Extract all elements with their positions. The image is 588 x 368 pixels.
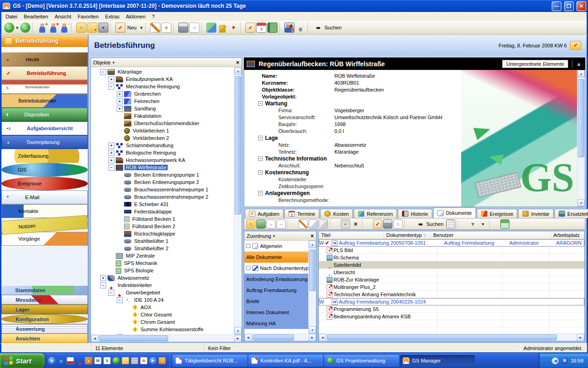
sidebar-item-betriebsfuehrung[interactable]: Betriebsführung [1,66,88,80]
tree-item[interactable]: MIP Zentrale [91,252,234,259]
user-delete-icon[interactable] [48,23,58,33]
quicklaunch-ie-icon[interactable] [57,357,65,364]
tree-expand-toggle[interactable] [117,209,123,215]
print-preview-icon[interactable] [189,23,199,33]
tree-item-label[interactable]: Rückschlagklappe [133,231,176,236]
table-row[interactable]: ✔ Technischer Anhang Fernwirktechnik [319,291,584,298]
table-row[interactable]: ✔ Bedienungsanleitung Amarex KSB [319,313,584,320]
tree-header-label[interactable]: Objekte [93,60,111,65]
sidebar-item-betriebskalender[interactable]: Betriebskalender [1,94,88,108]
calendar-folder-icon[interactable]: ✓ [570,41,581,50]
wizard-icon[interactable] [161,23,171,33]
zuordnung-internes-dokument[interactable]: Internes Dokument [244,307,308,318]
tree-scroll-thumb[interactable] [235,76,241,214]
tree-vertical-scrollbar[interactable]: ▲ ▼ [234,67,242,334]
zuordnung-alle-dokumente[interactable]: Alle Dokumente [244,252,308,263]
tree-item[interactable]: SPS Mechanik [91,259,234,267]
group-collapse-icon[interactable] [258,191,263,196]
tree-item[interactable]: Füllstand Becken 2 [91,223,234,230]
quicklaunch-browser-icon[interactable] [48,357,56,364]
suchen-label[interactable]: Suchen [323,25,343,30]
scroll-left-icon[interactable]: ◀ [244,334,252,341]
tree-item[interactable]: Rückschlagklappe [91,230,234,237]
column-arbeitsplatz[interactable]: Arbeitsplatz [551,231,584,239]
tree-expand-toggle[interactable] [117,238,123,244]
tree-expand-toggle[interactable] [108,157,114,163]
dart-icon[interactable] [228,23,238,33]
print-icon[interactable] [178,23,188,33]
quicklaunch-media-icon[interactable] [149,357,157,364]
document-title[interactable]: RÜB-Zur Kläranlage [334,277,379,282]
taskbar-task-kontrollen[interactable]: Kontrollen KA.pdf - A... [249,355,323,367]
user-edit-icon[interactable] [59,23,69,33]
tree-item-label[interactable]: Indirekteinleiter [116,282,153,288]
tree-item[interactable]: Federstauklappe [91,208,234,215]
document-title[interactable]: PLS Bild [334,247,353,253]
tree-item[interactable]: Becken Entleerungspumpe 2 [91,178,234,186]
neu-button[interactable]: Neu [115,23,143,33]
zuordnung-dropdown-icon[interactable]: ▾ [273,234,275,238]
group-collapse-icon[interactable] [258,156,263,161]
paste-icon[interactable] [319,219,328,229]
tree-item[interactable]: IDE 100 A 24 [91,296,234,304]
check-document-icon[interactable] [373,219,382,229]
zuordnung-vertical-scrollbar[interactable]: ▲ ▼ [308,241,316,334]
menu-aktionen[interactable]: Aktionen [123,13,149,20]
tree-item[interactable]: Schlammbehandlung [91,142,234,149]
tab-inventar[interactable]: Inventar [518,209,554,218]
sidebar-group-auswertung[interactable]: Auswertung [1,324,88,334]
zuordnung-horizontal-scrollbar[interactable]: ◀ ▶ [244,334,316,341]
tree-expand-toggle[interactable] [125,327,131,333]
tree-item-label[interactable]: Grobrechen [133,91,162,97]
zuordnung-scroll-thumb[interactable] [309,250,316,291]
zuordnung-auftrag-fremdwartung[interactable]: Auftrag Fremdwartung [244,285,308,296]
tree-expand-toggle[interactable] [108,165,114,171]
tree-expand-toggle[interactable] [108,268,114,274]
column-dokumententyp[interactable]: Dokumententyp ▽ [384,231,431,239]
zuordnung-nach-dokumententyp[interactable]: Nach Dokumententyp [244,263,308,274]
tree-item-label[interactable]: Kläranlage [116,69,143,75]
tree-item-label[interactable]: SPS Mechanik [123,260,158,266]
filter-icon[interactable] [468,219,477,229]
tree-item[interactable]: Grobrechen [91,90,234,98]
tree-item[interactable]: Summe Kohlenwasserstoffe [91,326,234,333]
menu-datei[interactable]: Datei [2,13,21,20]
tree-expand-toggle[interactable] [108,76,114,82]
tree-item[interactable]: Überschußschlammeindicker [91,120,234,127]
menu-ansicht[interactable]: Ansicht [51,13,74,20]
quicklaunch-clock-icon[interactable] [158,357,166,364]
scroll-up-icon[interactable]: ▲ [234,67,242,75]
table-view-icon[interactable] [500,219,509,229]
tree-horizontal-scrollbar[interactable]: ◀ ▶ [91,334,242,342]
doc-export-icon[interactable] [277,219,286,229]
tree-header-dropdown-icon[interactable]: ▾ [113,60,115,65]
folder-history-icon[interactable] [87,23,97,33]
sidebar-item-aufgabenuebersicht[interactable]: Aufgabenübersicht [1,121,88,135]
tab-ersatzteile[interactable]: Ersatzteile [554,209,588,218]
edit-document-icon[interactable] [299,219,308,229]
zuordnung-anforderung[interactable]: Anforderung Entwässerung [244,274,308,285]
tree-item-label[interactable]: Becken Entleerungspumpe 1 [133,172,200,178]
zuordnung-header-label[interactable]: Zuordnung [247,233,271,239]
detail-vertical-scrollbar[interactable]: ▲ ▼ [577,70,585,207]
tree-expand-toggle[interactable] [117,216,123,222]
sidebar-group-messdaten[interactable]: Messdaten [1,295,88,305]
zuordnung-hscroll-thumb[interactable] [253,334,294,340]
tree-item-label[interactable]: AOX [139,305,153,310]
tree-item[interactable]: Strahlbelüfter 2 [91,245,234,252]
tab-historie[interactable]: Historie [398,209,432,218]
group-collapse-icon[interactable] [258,170,263,175]
scroll-right-icon[interactable]: ▶ [577,334,584,341]
sidebar-item-zeiterfassung[interactable]: Zeiterfassung [1,149,88,163]
scroll-down-icon[interactable]: ▼ [577,199,585,207]
zuordnung-mahnung-ha[interactable]: Mahnung HA [244,318,308,329]
document-search-button[interactable]: Suchen [415,219,445,229]
tree-item-label[interactable]: Sandfang [133,106,157,111]
neu-dropdown-icon[interactable] [139,23,143,33]
tree-expand-toggle[interactable] [125,312,131,318]
sidebar-item-tourenplanung[interactable]: Tourenplanung [1,135,88,149]
neu-icon[interactable] [115,23,125,33]
tree-item-label[interactable]: Schlammbehandlung [124,143,175,148]
zuordnung-item-label[interactable]: Alle Dokumente [246,254,282,260]
scroll-up-icon[interactable]: ▲ [577,70,585,77]
